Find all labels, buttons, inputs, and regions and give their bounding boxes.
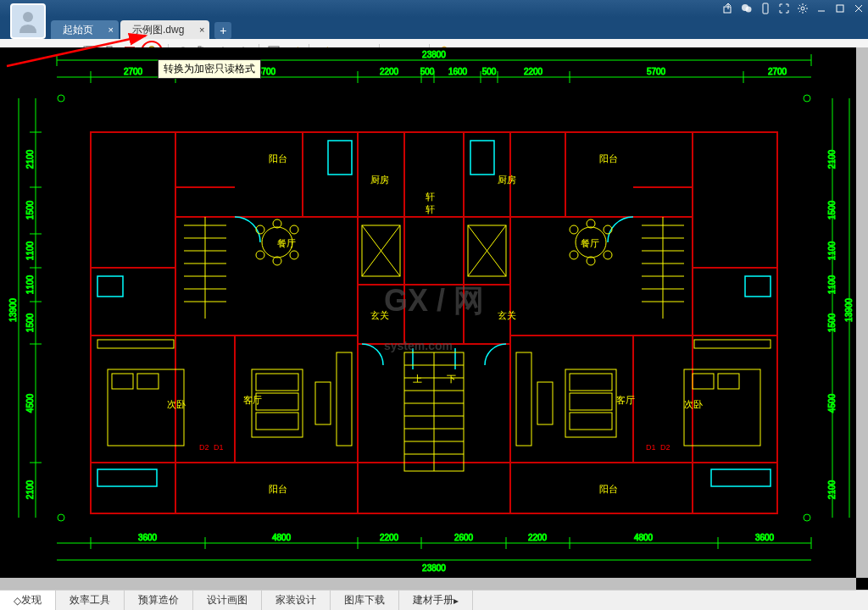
svg-point-225 xyxy=(58,95,64,102)
svg-rect-178 xyxy=(516,352,531,446)
btab-home[interactable]: 家装设计 xyxy=(262,591,331,610)
svg-text:玄关: 玄关 xyxy=(370,310,389,320)
document-tabs: 起始页× 示例图.dwg× + xyxy=(0,17,868,39)
svg-rect-168 xyxy=(256,374,298,391)
svg-text:阳台: 阳台 xyxy=(599,153,618,164)
svg-text:D2: D2 xyxy=(199,443,209,452)
horizontal-scrollbar[interactable] xyxy=(0,578,856,590)
svg-text:1100: 1100 xyxy=(827,241,837,260)
svg-point-0 xyxy=(23,12,33,22)
svg-text:2200: 2200 xyxy=(380,533,399,542)
svg-text:500: 500 xyxy=(482,67,497,76)
svg-text:3600: 3600 xyxy=(755,533,775,542)
svg-text:下: 下 xyxy=(447,374,456,384)
bottom-tabs: ◇ 发现 效率工具 预算造价 设计画图 家装设计 图库下载 建材手册 ▸ xyxy=(0,590,868,610)
svg-text:1500: 1500 xyxy=(25,200,35,219)
svg-text:1500: 1500 xyxy=(25,313,35,332)
svg-point-148 xyxy=(604,251,612,259)
svg-text:1100: 1100 xyxy=(25,274,35,294)
svg-text:2200: 2200 xyxy=(524,67,543,76)
close-icon[interactable] xyxy=(853,3,865,14)
svg-text:客厅: 客厅 xyxy=(243,395,262,405)
svg-text:4800: 4800 xyxy=(634,533,654,542)
svg-text:23800: 23800 xyxy=(422,50,446,59)
mobile-icon[interactable] xyxy=(760,3,771,14)
svg-text:次卧: 次卧 xyxy=(684,399,703,409)
svg-rect-175 xyxy=(570,393,612,410)
drawing-canvas[interactable]: 23800 2700 5700 2200 500 1600 500 2200 5… xyxy=(0,47,868,590)
vertical-scrollbar[interactable] xyxy=(856,47,868,578)
tab-close-icon[interactable]: × xyxy=(199,25,204,35)
svg-rect-136 xyxy=(711,469,771,486)
svg-text:2700: 2700 xyxy=(768,67,787,76)
svg-rect-172 xyxy=(337,352,352,446)
wechat-icon[interactable] xyxy=(741,3,753,14)
fullscreen-icon[interactable] xyxy=(778,3,790,14)
svg-text:厨房: 厨房 xyxy=(370,175,389,185)
svg-text:23800: 23800 xyxy=(422,563,446,573)
svg-text:13900: 13900 xyxy=(8,298,18,322)
svg-point-3 xyxy=(746,7,752,13)
svg-text:餐厅: 餐厅 xyxy=(581,238,599,248)
svg-point-147 xyxy=(570,251,578,259)
minimize-icon[interactable] xyxy=(815,3,827,14)
svg-rect-181 xyxy=(137,374,159,389)
tab-file[interactable]: 示例图.dwg× xyxy=(120,20,209,39)
tab-start[interactable]: 起始页× xyxy=(51,20,119,39)
svg-text:13900: 13900 xyxy=(844,298,854,322)
svg-text:厨房: 厨房 xyxy=(498,175,516,185)
svg-text:500: 500 xyxy=(420,67,435,76)
svg-rect-184 xyxy=(693,374,714,389)
svg-text:阳台: 阳台 xyxy=(599,484,618,494)
svg-rect-132 xyxy=(470,141,494,175)
user-avatar[interactable] xyxy=(10,3,46,39)
maximize-icon[interactable] xyxy=(834,3,846,14)
btab-library[interactable]: 图库下载 xyxy=(331,591,399,610)
svg-point-145 xyxy=(570,225,578,234)
tooltip: 转换为加密只读格式 xyxy=(158,59,261,79)
svg-point-5 xyxy=(801,7,804,10)
svg-text:2700: 2700 xyxy=(124,67,143,76)
svg-text:玄关: 玄关 xyxy=(498,310,516,320)
svg-rect-1 xyxy=(724,7,731,13)
svg-text:轩: 轩 xyxy=(426,204,435,214)
svg-text:1500: 1500 xyxy=(827,313,837,332)
tab-add-button[interactable]: + xyxy=(214,22,231,39)
svg-rect-170 xyxy=(256,413,298,430)
svg-text:阳台: 阳台 xyxy=(269,153,287,164)
tab-close-icon[interactable]: × xyxy=(108,25,114,35)
svg-point-139 xyxy=(290,225,298,234)
svg-rect-180 xyxy=(112,374,133,389)
svg-rect-183 xyxy=(718,374,739,389)
svg-text:D1: D1 xyxy=(214,443,224,452)
svg-rect-177 xyxy=(537,382,553,424)
svg-rect-135 xyxy=(97,469,157,486)
btab-design[interactable]: 设计画图 xyxy=(193,591,262,610)
btab-discover[interactable]: ◇ 发现 xyxy=(0,591,56,610)
tab-label: 示例图.dwg xyxy=(132,23,184,37)
svg-text:2100: 2100 xyxy=(827,480,837,499)
svg-text:1500: 1500 xyxy=(827,200,837,219)
svg-text:5700: 5700 xyxy=(647,67,666,76)
svg-rect-186 xyxy=(694,340,771,348)
settings-icon[interactable] xyxy=(797,3,809,14)
svg-text:轩: 轩 xyxy=(426,191,435,202)
svg-point-226 xyxy=(804,95,810,102)
svg-text:2100: 2100 xyxy=(25,149,35,169)
share-icon[interactable] xyxy=(722,3,734,14)
svg-point-141 xyxy=(290,251,298,259)
svg-rect-134 xyxy=(745,276,771,297)
svg-text:D2: D2 xyxy=(660,443,670,452)
svg-text:客厅: 客厅 xyxy=(616,395,635,405)
svg-text:1600: 1600 xyxy=(448,67,468,76)
svg-text:2100: 2100 xyxy=(25,480,35,499)
btab-budget[interactable]: 预算造价 xyxy=(125,591,193,610)
btab-material[interactable]: 建材手册 ▸ xyxy=(399,591,473,610)
svg-point-228 xyxy=(804,514,810,521)
svg-text:餐厅: 餐厅 xyxy=(277,238,296,248)
btab-efficiency[interactable]: 效率工具 xyxy=(56,591,125,610)
svg-text:2600: 2600 xyxy=(454,533,474,542)
svg-rect-185 xyxy=(97,340,174,348)
svg-point-227 xyxy=(58,514,64,521)
svg-rect-7 xyxy=(837,5,843,12)
